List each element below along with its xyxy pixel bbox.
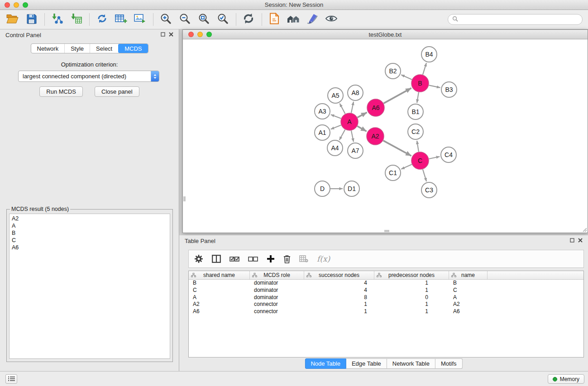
graph-edge-C-C1[interactable]: [401, 164, 412, 169]
zoom-window-button[interactable]: [23, 2, 28, 8]
graph-node-A2[interactable]: A2: [367, 128, 384, 145]
graph-edge-A6-B[interactable]: [384, 88, 411, 104]
graph-node-C[interactable]: C: [411, 152, 429, 169]
paint-style-button[interactable]: [305, 11, 320, 28]
mcds-result-item[interactable]: B: [12, 229, 167, 237]
search-input[interactable]: [461, 16, 578, 23]
graph-node-B2[interactable]: B2: [385, 63, 401, 79]
table-cell[interactable]: 1: [304, 308, 374, 315]
table-cell[interactable]: B: [189, 280, 250, 287]
graph-edge-A-A3[interactable]: [331, 114, 341, 119]
graph-node-A8[interactable]: A8: [348, 85, 363, 100]
graph-edge-A-A4[interactable]: [339, 130, 345, 140]
graph-node-C1[interactable]: C1: [385, 165, 401, 181]
tab-select[interactable]: Select: [90, 44, 118, 53]
open-document-button[interactable]: [267, 11, 282, 28]
delete-columns-button[interactable]: [283, 255, 291, 263]
table-cell[interactable]: A2: [449, 301, 488, 308]
table-cell[interactable]: 0: [374, 294, 449, 301]
close-panel-icon[interactable]: [169, 32, 173, 37]
zoom-selected-button[interactable]: [215, 11, 230, 28]
graph-edge-B-B1[interactable]: [417, 92, 419, 103]
graph-edge-B-B4[interactable]: [423, 63, 426, 75]
tab-node-table[interactable]: Node Table: [305, 358, 346, 369]
horizontal-scrollbar-thumb[interactable]: [384, 230, 389, 232]
tab-style[interactable]: Style: [64, 44, 90, 53]
float-table-panel-icon[interactable]: [570, 238, 574, 243]
graph-edge-A2-C[interactable]: [383, 141, 411, 156]
table-row[interactable]: Cdominator41C: [189, 287, 583, 294]
graph-node-A5[interactable]: A5: [328, 88, 343, 103]
graph-node-A7[interactable]: A7: [348, 143, 363, 158]
graph-edge-C-C3[interactable]: [423, 169, 426, 181]
graph-node-C2[interactable]: C2: [408, 124, 423, 139]
close-panel-button[interactable]: Close panel: [95, 86, 139, 97]
table-cell[interactable]: 1: [374, 301, 449, 308]
table-cell[interactable]: 4: [304, 280, 374, 287]
import-table-button[interactable]: [68, 11, 84, 28]
graph-edge-C-C2[interactable]: [417, 141, 419, 152]
graph-edge-B-B2[interactable]: [401, 75, 412, 80]
graph-node-C3[interactable]: C3: [421, 182, 437, 198]
graph-edge-A-A7[interactable]: [351, 131, 354, 142]
table-cell[interactable]: 8: [304, 294, 374, 301]
mcds-result-list[interactable]: A2ABCA6: [9, 214, 170, 359]
table-cell[interactable]: 1: [374, 280, 449, 287]
table-cell[interactable]: 1: [304, 301, 374, 308]
table-cell[interactable]: dominator: [250, 294, 304, 301]
resize-grip-icon[interactable]: [582, 227, 587, 232]
table-row[interactable]: Adominator80A: [189, 294, 583, 301]
network-canvas[interactable]: B4B2BB3A5A8A6B1A3AC2A1A2A4A7C4CC1C3DD1: [183, 39, 588, 233]
zoom-in-button[interactable]: [158, 11, 173, 28]
import-network-button[interactable]: [49, 11, 65, 28]
table-cell[interactable]: connector: [250, 301, 304, 308]
new-network-button[interactable]: [94, 11, 110, 28]
optimization-criterion-select[interactable]: largest connected component (directed): [18, 71, 159, 82]
graph-node-B1[interactable]: B1: [408, 104, 423, 119]
graph-node-D1[interactable]: D1: [344, 181, 359, 196]
add-column-button[interactable]: [267, 255, 275, 263]
table-cell[interactable]: C: [189, 287, 250, 294]
apply-layout-button[interactable]: [241, 11, 256, 28]
table-cell[interactable]: C: [449, 287, 488, 294]
graph-node-A[interactable]: A: [341, 113, 358, 130]
tab-motifs[interactable]: Motifs: [435, 358, 463, 369]
graph-edge-A-A6[interactable]: [358, 112, 367, 117]
zoom-out-button[interactable]: [177, 11, 192, 28]
minimize-network-button[interactable]: [197, 32, 203, 37]
graph-node-B4[interactable]: B4: [421, 47, 437, 62]
table-cell[interactable]: dominator: [250, 280, 304, 287]
table-row[interactable]: A2connector11A2: [189, 301, 583, 308]
mcds-result-item[interactable]: A6: [12, 244, 167, 251]
export-image-button[interactable]: [132, 11, 148, 28]
table-cell[interactable]: 1: [374, 308, 449, 315]
table-row[interactable]: A6connector11A6: [189, 308, 583, 315]
column-header-predecessor-nodes[interactable]: predecessor nodes: [374, 271, 449, 279]
graph-node-D[interactable]: D: [315, 181, 330, 196]
tab-edge-table[interactable]: Edge Table: [346, 358, 387, 369]
column-header-mcds-role[interactable]: MCDS role: [250, 271, 304, 279]
column-header-successor-nodes[interactable]: successor nodes: [304, 271, 374, 279]
table-settings-button[interactable]: [194, 254, 203, 263]
mcds-result-item[interactable]: C: [12, 237, 167, 244]
show-columns-button[interactable]: [212, 255, 221, 263]
graph-edge-A-A8[interactable]: [351, 102, 354, 113]
graph-node-A4[interactable]: A4: [327, 140, 343, 156]
float-panel-icon[interactable]: [161, 32, 165, 37]
graph-node-B[interactable]: B: [411, 75, 429, 92]
tab-network[interactable]: Network: [31, 44, 64, 53]
graph-node-A3[interactable]: A3: [315, 104, 330, 119]
table-cell[interactable]: dominator: [250, 287, 304, 294]
task-history-button[interactable]: [5, 374, 17, 384]
table-cell[interactable]: A: [449, 294, 488, 301]
save-session-button[interactable]: [24, 11, 39, 28]
close-window-button[interactable]: [5, 2, 10, 8]
graph-edge-A-A2[interactable]: [357, 126, 366, 131]
table-row[interactable]: Bdominator41B: [189, 280, 583, 287]
graph-node-A6[interactable]: A6: [367, 99, 384, 116]
table-cell[interactable]: A6: [449, 308, 488, 315]
column-header-name[interactable]: name: [449, 271, 488, 279]
tab-network-table[interactable]: Network Table: [387, 358, 435, 369]
close-network-button[interactable]: [188, 32, 194, 37]
graph-edge-A-A1[interactable]: [331, 125, 341, 129]
